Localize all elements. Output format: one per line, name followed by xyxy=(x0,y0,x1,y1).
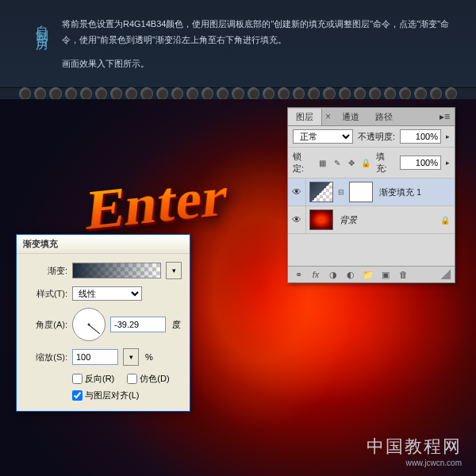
watermark-url: www.jcwcn.com xyxy=(367,459,462,467)
watermark: 中国教程网 www.jcwcn.com xyxy=(367,435,462,467)
blend-opacity-row: 正常 不透明度: ▸ xyxy=(288,126,455,148)
lock-fill-row: 锁定: ▦ ✎ ✥ 🔒 填充: ▸ xyxy=(288,148,455,178)
tab-paths[interactable]: 路径 xyxy=(367,109,401,125)
dialog-title: 渐变填充 xyxy=(17,235,190,254)
spiral-binding xyxy=(0,88,476,99)
instructions: 将前景色设置为R4G14B34颜色，使用图层调板底部的"创建新的填充或调整图层"… xyxy=(62,16,452,71)
angle-input[interactable] xyxy=(110,317,166,332)
layers-footer: ⚭ fx ◑ ◐ 📁 ▣ 🗑 xyxy=(288,266,455,282)
gradient-dropdown-icon[interactable]: ▾ xyxy=(166,262,182,279)
panel-tabs: 图层 × 通道 路径 ▸≡ xyxy=(288,108,455,126)
visibility-icon[interactable]: 👁 xyxy=(288,206,306,233)
tab-channels[interactable]: 通道 xyxy=(334,109,367,125)
angle-label: 角度(A): xyxy=(25,319,67,331)
style-select[interactable]: 线性 xyxy=(72,286,142,301)
link-layers-icon[interactable]: ⚭ xyxy=(292,269,305,280)
tutorial-page: 自制台历 将前景色设置为R4G14B34颜色，使用图层调板底部的"创建新的填充或… xyxy=(0,0,476,476)
opacity-input[interactable] xyxy=(400,129,441,144)
mask-icon[interactable]: ◑ xyxy=(327,269,340,280)
instruction-line-1: 将前景色设置为R4G14B34颜色，使用图层调板底部的"创建新的填充或调整图层"… xyxy=(62,16,452,48)
lock-position-icon[interactable]: ✥ xyxy=(346,157,357,168)
lock-label: 锁定: xyxy=(293,151,313,175)
opacity-label: 不透明度: xyxy=(358,131,395,143)
style-label: 样式(T): xyxy=(25,288,67,300)
layer-background[interactable]: 👁 背景 🔒 xyxy=(288,206,455,234)
reverse-checkbox[interactable]: 反向(R) xyxy=(72,373,114,385)
opacity-arrow-icon[interactable]: ▸ xyxy=(446,132,450,140)
scale-unit: % xyxy=(144,352,153,362)
scale-dropdown-icon[interactable]: ▾ xyxy=(123,348,139,366)
fx-icon[interactable]: fx xyxy=(309,269,322,280)
tab-layers[interactable]: 图层 xyxy=(288,109,322,125)
link-icon[interactable]: ⊟ xyxy=(336,188,347,196)
lock-icon: 🔒 xyxy=(440,216,455,225)
side-title: 自制台历 xyxy=(33,14,50,33)
lock-icons: ▦ ✎ ✥ 🔒 xyxy=(317,157,371,168)
scale-label: 缩放(S): xyxy=(25,351,67,363)
header: 自制台历 将前景色设置为R4G14B34颜色，使用图层调板底部的"创建新的填充或… xyxy=(0,0,476,88)
gradient-fill-dialog[interactable]: 渐变填充 渐变: ▾ 样式(T): 线性 角度(A): 度 缩放(S): xyxy=(16,234,190,412)
layer-gradient-fill[interactable]: 👁 ⊟ 渐变填充 1 xyxy=(288,178,455,206)
layer-thumb-bg[interactable] xyxy=(309,209,333,230)
tab-close-icon[interactable]: × xyxy=(322,111,334,122)
instruction-line-2: 画面效果入下图所示。 xyxy=(62,56,452,71)
gradient-label: 渐变: xyxy=(25,265,67,277)
layer-name: 背景 xyxy=(336,214,440,226)
fill-label: 填充: xyxy=(376,151,396,175)
lock-all-icon[interactable]: 🔒 xyxy=(360,157,371,168)
group-icon[interactable]: 📁 xyxy=(362,269,374,280)
adjustment-icon[interactable]: ◐ xyxy=(344,269,357,280)
layer-name: 渐变填充 1 xyxy=(376,186,455,198)
lock-transparent-icon[interactable]: ▦ xyxy=(317,157,328,168)
lock-pixels-icon[interactable]: ✎ xyxy=(332,157,343,168)
align-checkbox[interactable]: 与图层对齐(L) xyxy=(72,390,139,401)
watermark-cn: 中国教程网 xyxy=(367,435,462,459)
trash-icon[interactable]: 🗑 xyxy=(397,269,409,280)
angle-unit: 度 xyxy=(171,319,181,331)
blend-mode-select[interactable]: 正常 xyxy=(293,129,353,144)
angle-widget[interactable] xyxy=(72,308,106,341)
gradient-preview[interactable] xyxy=(72,263,161,278)
resize-corner-icon[interactable] xyxy=(441,270,451,279)
layer-thumb-mask[interactable] xyxy=(349,182,373,202)
dither-checkbox[interactable]: 仿色(D) xyxy=(127,373,169,385)
scale-input[interactable] xyxy=(72,349,118,365)
new-layer-icon[interactable]: ▣ xyxy=(379,269,392,280)
layer-list: 👁 ⊟ 渐变填充 1 👁 背景 🔒 xyxy=(288,178,455,266)
visibility-icon[interactable]: 👁 xyxy=(288,178,306,205)
fill-arrow-icon[interactable]: ▸ xyxy=(446,159,450,167)
layers-panel[interactable]: 图层 × 通道 路径 ▸≡ 正常 不透明度: ▸ 锁定: ▦ ✎ ✥ 🔒 填充:… xyxy=(287,107,455,283)
panel-menu-icon[interactable]: ▸≡ xyxy=(435,111,455,122)
fill-input[interactable] xyxy=(400,155,441,170)
layer-thumb-gradient[interactable] xyxy=(309,182,333,202)
